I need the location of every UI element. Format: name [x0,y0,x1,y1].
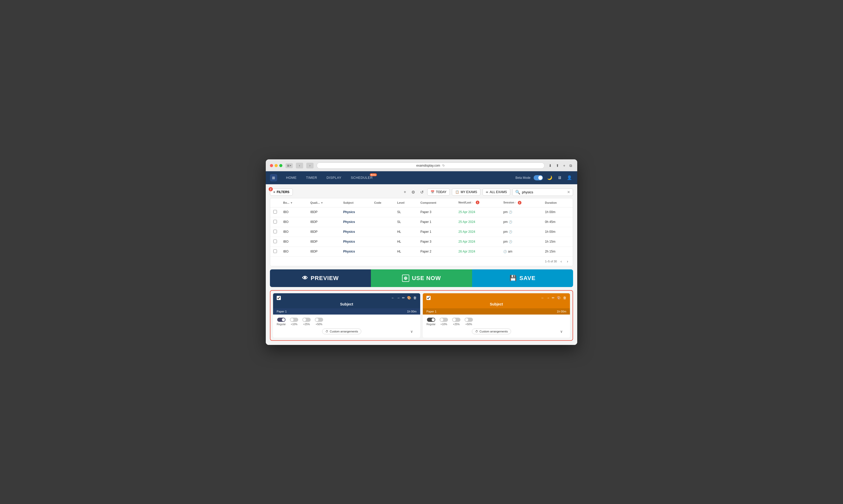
toggle-10-switch-2[interactable] [440,318,448,322]
sort-badge-1: 1 [476,201,479,204]
pagination-prev[interactable]: ‹ [559,259,563,264]
nav-timer-label: TIMER [306,176,317,180]
my-exams-icon: 📋 [455,190,459,194]
card-delete-icon-2[interactable]: 🗑 [563,296,566,300]
card-checkbox-1[interactable] [277,296,281,300]
card-left-arrow-1[interactable]: ← [391,296,395,300]
row-checkbox-1[interactable] [273,210,277,214]
board-filter-icon[interactable]: ▼ [290,201,293,204]
card-header-1: ← → ✏ 🎨 🗑 Subject [273,293,420,308]
close-button[interactable] [270,164,273,167]
card-checkbox-2[interactable] [427,296,431,300]
beta-mode-toggle[interactable] [534,175,543,180]
cell-subject-2: Physics [340,217,371,227]
my-exams-label: MY EXAMS [461,190,477,194]
address-bar[interactable]: examdisplay.com ↻ [317,162,544,169]
cell-level-3: HL [394,227,417,237]
today-button[interactable]: 📅 TODAY [427,188,450,196]
card-right-arrow-1[interactable]: → [397,296,400,300]
card-paper-2: Paper 1 [427,310,436,313]
toggle-25-switch-1[interactable] [302,318,311,322]
cell-date-3: 25 Apr 2024 [455,227,500,237]
card-edit-icon-1[interactable]: ✏ [402,296,405,300]
header-code: Code [371,198,394,208]
pagination-info: 1–5 of 30 [545,260,557,263]
pagination-next[interactable]: › [565,259,570,264]
window-icon-btn[interactable]: ⊞ ▾ [286,163,293,168]
forward-button[interactable]: › [306,163,313,168]
use-now-button[interactable]: ⊕ USE NOW [371,269,472,287]
cell-board-2: IBO [280,217,307,227]
nav-item-home[interactable]: HOME [281,171,301,184]
my-exams-button[interactable]: 📋 MY EXAMS [452,188,480,196]
preview-button[interactable]: 👁 PREVIEW [270,269,371,287]
cell-session-1: pm 🕐 [500,207,542,217]
card-delete-icon-1[interactable]: 🗑 [413,296,416,300]
back-button[interactable]: ‹ [296,163,303,168]
card-edit-icon-2[interactable]: ✏ [552,296,555,300]
search-clear-button[interactable]: ✕ [567,190,570,194]
downloads-icon[interactable]: ⬇ [548,162,553,169]
new-tab-icon[interactable]: + [562,162,566,169]
cell-qual-3: IBDP [307,227,340,237]
cell-duration-5: 2h 15m [542,247,573,256]
pagination-row: 1–5 of 30 ‹ › [270,256,573,266]
toggle-regular-switch-1[interactable] [277,318,286,322]
cell-board-1: IBO [280,207,307,217]
settings-button[interactable]: ⚙ [410,189,416,196]
toggle-50-switch-1[interactable] [315,318,323,322]
card-palette-icon-1[interactable]: 🎨 [407,296,411,300]
dark-mode-icon[interactable]: 🌙 [546,174,553,181]
action-buttons: 👁 PREVIEW ⊕ USE NOW 💾 SAVE [270,269,573,287]
card-duration-1: 1h 00m [407,310,416,313]
refresh-button[interactable]: ↺ [419,189,425,196]
table-row: IBO IBDP Physics SL Paper 1 25 Apr 2024 … [270,217,573,227]
nav-item-scheduler[interactable]: SCHEDULER Beta [346,171,377,184]
qual-filter-icon[interactable]: ▼ [321,201,323,204]
search-input[interactable] [522,190,566,194]
beta-mode-label: Beta Mode [516,176,531,180]
row-checkbox-5[interactable] [273,249,277,253]
user-icon[interactable]: 👤 [566,174,573,181]
toggle-10-switch-1[interactable] [290,318,298,322]
nav-item-display[interactable]: DISPLAY [322,171,346,184]
maximize-button[interactable] [279,164,282,167]
toggle-50-label-1: +50% [316,323,322,326]
traffic-lights [270,164,282,167]
card-right-arrow-2[interactable]: → [546,296,550,300]
monitor-icon[interactable]: 🖥 [556,175,563,181]
cell-qual-1: IBDP [307,207,340,217]
custom-arrangements-btn-1[interactable]: ⏱ Custom arrangements [322,328,361,334]
card-expand-2[interactable]: ∨ [556,328,566,335]
table-row: IBO IBDP Physics SL Paper 3 25 Apr 2024 … [270,207,573,217]
add-button[interactable]: + [402,189,408,195]
row-checkbox-2[interactable] [273,220,277,223]
nav-item-timer[interactable]: TIMER [301,171,322,184]
filters-button[interactable]: 2 ≡ FILTERS [270,188,293,196]
toggle-10-label-2: +10% [441,323,447,326]
all-exams-icon: ∞ [486,190,488,194]
minimize-button[interactable] [274,164,278,167]
toggle-25-2: +25% [452,318,461,326]
share-icon[interactable]: ⬆ [555,162,560,169]
all-exams-button[interactable]: ∞ ALL EXAMS [483,188,510,196]
tabs-icon[interactable]: ⧉ [569,162,573,169]
custom-arrangements-label-2: Custom arrangements [480,330,508,333]
row-checkbox-3[interactable] [273,230,277,233]
cell-component-3: Paper 1 [417,227,455,237]
filter-icon: ≡ [273,190,275,194]
card-expand-1[interactable]: ∨ [407,328,416,335]
toggle-50-switch-2[interactable] [465,318,473,322]
toolbar: 2 ≡ FILTERS + ⚙ ↺ 📅 TODAY 📋 MY EXAMS ∞ [270,188,573,196]
save-button[interactable]: 💾 SAVE [472,269,573,287]
toggle-25-switch-2[interactable] [452,318,461,322]
card-palette-icon-2[interactable]: 🎨 [557,296,561,300]
cell-subject-4: Physics [340,237,371,247]
toggle-regular-switch-2[interactable] [427,318,435,322]
cell-duration-4: 1h 15m [542,237,573,247]
row-checkbox-4[interactable] [273,239,277,243]
save-label: SAVE [519,275,535,282]
custom-arrangements-btn-2[interactable]: ⏱ Custom arrangements [472,328,511,334]
card-left-arrow-2[interactable]: ← [541,296,544,300]
nav-bar: ⊞ HOME TIMER DISPLAY SCHEDULER Beta Beta… [266,171,577,184]
